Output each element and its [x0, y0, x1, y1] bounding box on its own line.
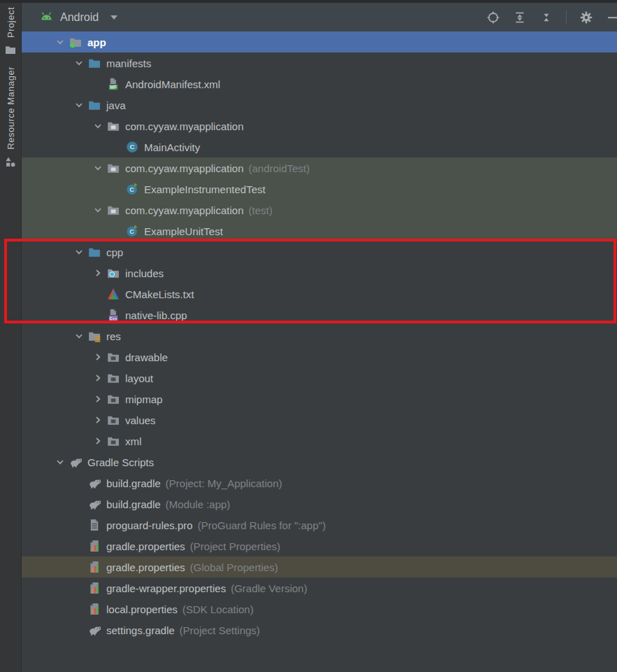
chevron-down-icon[interactable] [52, 456, 69, 468]
tree-row[interactable]: CExampleUnitTest [21, 220, 617, 241]
tree-row[interactable]: manifests [21, 52, 617, 74]
chevron-down-icon[interactable] [71, 99, 87, 111]
tree-row[interactable]: java [21, 94, 617, 115]
class-icon: C [125, 140, 139, 154]
chevron-down-icon[interactable] [90, 120, 106, 132]
svg-text:MF: MF [110, 85, 116, 90]
tree-row[interactable]: mipmap [21, 388, 617, 410]
tree-item-label: gradle-wrapper.properties [106, 582, 226, 594]
chevron-placeholder [71, 603, 87, 615]
module-folder-icon [69, 35, 83, 49]
tree-row[interactable]: MFAndroidManifest.xml [21, 74, 617, 94]
tree-row[interactable]: drawable [21, 346, 617, 368]
project-view-selector[interactable]: Android [39, 10, 118, 24]
tree-row[interactable]: CMakeLists.txt [21, 284, 617, 304]
chevron-down-icon[interactable] [90, 162, 106, 174]
tree-item-label: xml [125, 435, 141, 447]
includes-folder-icon [106, 266, 120, 280]
chevron-right-icon[interactable] [90, 414, 106, 426]
tree-item-label: gradle.properties [106, 540, 185, 552]
tree-item-label: com.cyyaw.myapplication [125, 204, 243, 216]
chevron-placeholder [90, 309, 106, 321]
test-class-icon: C [125, 182, 139, 196]
folder-blue-icon [87, 56, 101, 70]
tree-row[interactable]: Gradle Scripts [21, 451, 617, 472]
properties-file-icon [87, 539, 101, 553]
tree-row[interactable]: proguard-rules.pro(ProGuard Rules for ":… [21, 514, 617, 536]
tree-row[interactable]: CMainActivity [21, 136, 617, 158]
chevron-placeholder [90, 288, 106, 300]
tree-row[interactable]: includes [21, 262, 617, 284]
package-folder-icon [106, 119, 120, 133]
properties-file-icon [87, 602, 101, 616]
tree-row[interactable]: app [21, 31, 617, 52]
tree-row[interactable]: gradle.properties(Global Properties) [21, 556, 617, 578]
chevron-down-icon[interactable] [90, 204, 106, 216]
chevron-down-icon[interactable] [71, 57, 87, 69]
gradle-icon [69, 455, 83, 469]
manifest-file-icon: MF [106, 77, 120, 91]
tree-item-label: layout [125, 372, 153, 384]
tree-item-suffix: (Module :app) [166, 498, 231, 510]
tree-item-label: local.properties [106, 603, 178, 615]
folder-blue-icon [87, 98, 101, 112]
project-tree: appmanifestsMFAndroidManifest.xmljavacom… [21, 31, 617, 640]
tree-row[interactable]: C++native-lib.cpp [21, 304, 617, 326]
chevron-right-icon[interactable] [90, 351, 106, 363]
tree-row[interactable]: xml [21, 430, 617, 451]
chevron-right-icon[interactable] [90, 267, 106, 279]
folder-blue-icon [87, 245, 101, 259]
expand-all-icon[interactable] [513, 10, 527, 24]
tree-row[interactable]: com.cyyaw.myapplication [21, 115, 617, 136]
tree-item-label: proguard-rules.pro [106, 519, 192, 531]
tree-item-suffix: (SDK Location) [183, 603, 254, 615]
chevron-right-icon[interactable] [90, 372, 106, 384]
tree-item-label: com.cyyaw.myapplication [125, 162, 243, 174]
chevron-right-icon[interactable] [90, 435, 106, 447]
hide-panel-icon[interactable] [606, 10, 617, 24]
chevron-down-icon[interactable] [71, 246, 87, 258]
tree-item-label: res [106, 330, 121, 342]
chevron-right-icon[interactable] [90, 393, 106, 405]
settings-gear-icon[interactable] [579, 10, 593, 24]
tree-item-suffix: (Gradle Version) [231, 582, 307, 594]
chevron-placeholder [108, 225, 125, 237]
tree-row[interactable]: cpp [21, 241, 617, 262]
cmake-file-icon [106, 287, 120, 301]
toolbar-divider [566, 10, 567, 24]
tree-row[interactable]: CExampleInstrumentedTest [21, 178, 617, 200]
tree-item-label: values [125, 414, 155, 426]
tree-row[interactable]: com.cyyaw.myapplication(test) [21, 200, 617, 220]
tree-row[interactable]: build.gradle(Module :app) [21, 493, 617, 514]
tree-row[interactable]: gradle-wrapper.properties(Gradle Version… [21, 578, 617, 598]
chevron-down-icon[interactable] [71, 330, 87, 342]
tree-item-label: manifests [106, 57, 151, 69]
locate-file-icon[interactable] [486, 10, 500, 24]
tree-item-label: CMakeLists.txt [125, 288, 194, 300]
tree-row[interactable]: settings.gradle(Project Settings) [21, 620, 617, 640]
project-toolbar: Android [21, 0, 617, 31]
tree-item-suffix: (androidTest) [248, 162, 310, 174]
tree-row[interactable]: layout [21, 368, 617, 388]
gradle-icon [87, 476, 101, 490]
sidebar-tab-resource-manager[interactable]: Resource Manager [0, 66, 21, 167]
tree-row[interactable]: gradle.properties(Project Properties) [21, 536, 617, 556]
tree-item-suffix: (Global Properties) [190, 561, 278, 573]
tree-item-label: gradle.properties [106, 561, 185, 573]
tree-row[interactable]: values [21, 410, 617, 430]
sidebar-tab-project[interactable]: Project [0, 7, 21, 55]
tree-row[interactable]: com.cyyaw.myapplication(androidTest) [21, 158, 617, 178]
chevron-down-icon[interactable] [52, 36, 69, 48]
collapse-all-icon[interactable] [539, 10, 553, 24]
resource-folder-icon [106, 371, 120, 385]
cpp-file-icon: C++ [106, 308, 120, 322]
tree-row[interactable]: local.properties(SDK Location) [21, 598, 617, 620]
tree-row[interactable]: build.gradle(Project: My_Application) [21, 472, 617, 493]
gradle-icon [87, 623, 101, 637]
tree-row[interactable]: res [21, 326, 617, 346]
chevron-placeholder [71, 624, 87, 636]
tree-item-label: com.cyyaw.myapplication [125, 120, 243, 132]
resource-folder-icon [106, 413, 120, 427]
chevron-placeholder [71, 519, 87, 531]
resource-manager-tab-label: Resource Manager [6, 66, 16, 150]
